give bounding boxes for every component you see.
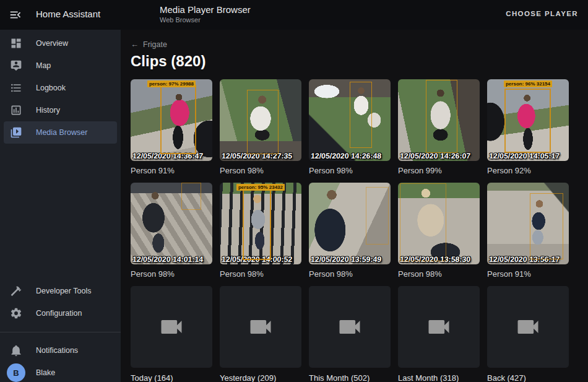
folder-thumbnail	[487, 286, 569, 368]
clip-tile[interactable]: person: 97% 29988 12/05/2020 14:36:47 Pe…	[131, 79, 212, 183]
detection-bounding-box	[400, 183, 446, 261]
clip-thumbnail: person: 97% 29988 12/05/2020 14:36:47	[131, 79, 212, 161]
clip-tile[interactable]: 12/05/2020 14:27:35 Person 98%	[220, 79, 301, 183]
clip-label: Person 99%	[398, 161, 480, 183]
view-dashboard-icon	[10, 37, 22, 50]
sidebar-item-map[interactable]: Map	[4, 54, 117, 77]
sidebar-item-label: Map	[36, 61, 51, 70]
clip-tile[interactable]: 12/05/2020 14:26:07 Person 99%	[398, 79, 480, 183]
clip-thumbnail: 12/05/2020 14:26:48	[309, 79, 391, 161]
detection-bounding-box	[530, 193, 563, 259]
folder-thumbnail	[131, 286, 212, 368]
top-app-bar: Home Assistant Media Player Browser Web …	[0, 0, 588, 30]
sidebar-item-developer-tools[interactable]: Developer Tools	[4, 280, 117, 302]
folder-tile-back[interactable]: Back (427)	[487, 286, 569, 382]
clip-thumbnail: 12/05/2020 13:56:17	[487, 183, 569, 264]
clip-label: Person 91%	[131, 161, 212, 183]
clip-label: Person 92%	[487, 161, 569, 183]
folder-label: Yesterday (209)	[220, 368, 301, 382]
gear-icon	[10, 307, 22, 319]
breadcrumb-label: Frigate	[143, 40, 167, 50]
folder-thumbnail	[220, 286, 301, 368]
choose-player-button[interactable]: CHOOSE PLAYER	[506, 10, 578, 17]
detection-bounding-box	[504, 89, 551, 153]
clip-timestamp: 12/05/2020 13:59:49	[311, 255, 391, 264]
hammer-icon	[10, 285, 22, 297]
folder-tile-yesterday[interactable]: Yesterday (209)	[220, 286, 301, 382]
clip-label: Person 98%	[309, 264, 391, 286]
page-title: Media Player Browser	[160, 4, 251, 15]
format-list-bulleted-icon	[10, 82, 22, 94]
clip-tile[interactable]: 12/05/2020 14:01:14 Person 98%	[131, 183, 212, 286]
section-title: Clips (820)	[131, 52, 578, 71]
user-name: Blake	[36, 368, 55, 377]
sidebar-item-logbook[interactable]: Logbook	[4, 77, 117, 99]
app-title: Home Assistant	[36, 9, 100, 19]
sidebar-nav: Overview Map Logbook History Media Brows…	[0, 30, 121, 144]
folder-tile-this-month[interactable]: This Month (502)	[309, 286, 391, 382]
breadcrumb-back[interactable]: ← Frigate	[131, 40, 167, 50]
page-subtitle: Web Browser	[160, 15, 251, 24]
sidebar: Overview Map Logbook History Media Brows…	[0, 30, 121, 382]
detection-bounding-box	[426, 80, 457, 152]
detection-label: person: 95% 23432	[236, 184, 285, 191]
sidebar-item-label: Overview	[36, 39, 68, 48]
sidebar-item-label: Notifications	[36, 346, 78, 355]
sidebar-item-label: Media Browser	[36, 128, 87, 137]
video-icon	[336, 313, 363, 341]
clip-tile[interactable]: 12/05/2020 13:56:17 Person 91%	[487, 183, 569, 286]
video-icon	[514, 313, 542, 341]
sidebar-item-user[interactable]: B Blake	[4, 362, 117, 382]
tooltip-account-icon	[10, 59, 22, 72]
sidebar-item-label: History	[36, 106, 60, 115]
sidebar-item-configuration[interactable]: Configuration	[4, 302, 117, 324]
clip-thumbnail: person: 96% 32154 12/05/2020 14:05:17	[487, 79, 569, 161]
clip-label: Person 98%	[398, 264, 480, 286]
clip-tile[interactable]: 12/05/2020 14:26:48 Person 98%	[309, 79, 391, 183]
sidebar-item-notifications[interactable]: Notifications	[4, 339, 117, 362]
sidebar-item-label: Developer Tools	[36, 287, 91, 295]
video-icon	[158, 313, 185, 341]
menu-open-icon[interactable]	[9, 8, 22, 22]
folder-label: Today (164)	[131, 368, 212, 382]
clip-thumbnail: 12/05/2020 13:59:49	[309, 183, 391, 264]
sidebar-item-history[interactable]: History	[4, 99, 117, 121]
folder-tile-today[interactable]: Today (164)	[131, 286, 212, 382]
clip-label: Person 91%	[487, 264, 569, 286]
folder-label: This Month (502)	[309, 368, 391, 382]
clip-timestamp: 12/05/2020 14:26:48	[311, 152, 391, 160]
folder-tile-last-month[interactable]: Last Month (318)	[398, 286, 480, 382]
back-arrow-icon: ←	[131, 40, 139, 50]
clip-tile[interactable]: 12/05/2020 13:58:30 Person 98%	[398, 183, 480, 286]
detection-bounding-box	[243, 185, 271, 260]
clip-timestamp: 12/05/2020 14:05:17	[489, 152, 569, 160]
sidebar-item-media-browser[interactable]: Media Browser	[4, 121, 117, 144]
clip-tile[interactable]: person: 95% 23432 12/05/2020 14:00:52 Pe…	[220, 183, 301, 286]
clip-thumbnail: 12/05/2020 13:58:30	[398, 183, 480, 264]
clip-label: Person 98%	[220, 264, 301, 286]
clip-timestamp: 12/05/2020 14:01:14	[132, 255, 212, 264]
clip-tile[interactable]: 12/05/2020 13:59:49 Person 98%	[309, 183, 391, 286]
chart-box-icon	[10, 104, 22, 116]
detection-bounding-box	[181, 183, 201, 210]
clip-thumbnail: 12/05/2020 14:01:14	[131, 183, 212, 264]
sidebar-item-label: Configuration	[36, 309, 82, 318]
media-browser-content: ← Frigate Clips (820) person: 97% 29988 …	[121, 30, 588, 382]
video-icon	[247, 313, 274, 341]
clip-tile[interactable]: person: 96% 32154 12/05/2020 14:05:17 Pe…	[487, 79, 569, 183]
clip-timestamp: 12/05/2020 14:26:07	[400, 152, 480, 160]
video-icon	[425, 313, 452, 341]
sidebar-footer: Developer Tools Configuration Notificati…	[0, 280, 121, 382]
folder-thumbnail	[309, 286, 391, 368]
play-box-multiple-icon	[10, 126, 22, 139]
detection-bounding-box	[160, 85, 196, 154]
clip-thumbnail: person: 95% 23432 12/05/2020 14:00:52	[220, 183, 301, 264]
sidebar-item-label: Logbook	[36, 84, 66, 92]
detection-bounding-box	[247, 90, 279, 154]
detection-label: person: 96% 32154	[504, 80, 552, 87]
clip-thumbnail: 12/05/2020 14:27:35	[220, 79, 301, 161]
sidebar-item-overview[interactable]: Overview	[4, 32, 117, 54]
folder-thumbnail	[398, 286, 480, 368]
sidebar-divider	[0, 332, 121, 332]
avatar: B	[7, 363, 25, 382]
